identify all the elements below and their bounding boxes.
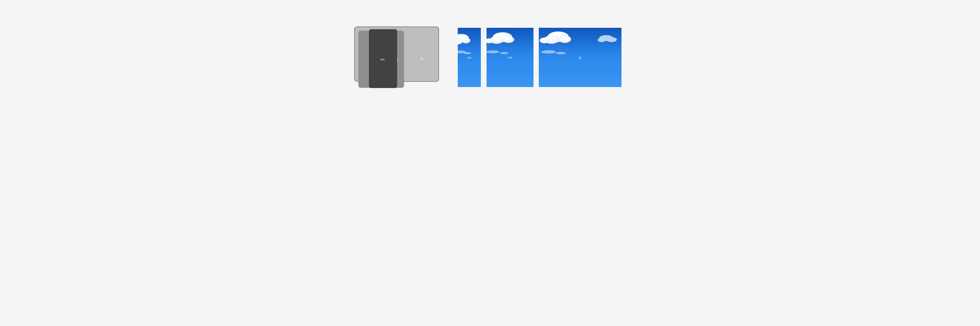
- svg-point-12: [500, 52, 508, 54]
- sky-label-lg: lg: [579, 56, 581, 59]
- sky-tile-lg: lg: [539, 28, 622, 87]
- sky-label-sm: sm: [467, 56, 471, 59]
- svg-point-21: [541, 50, 556, 54]
- svg-point-11: [487, 51, 499, 53]
- sky-tile-md: md: [487, 28, 533, 87]
- svg-point-9: [503, 37, 514, 43]
- svg-point-5: [464, 52, 471, 54]
- svg-point-19: [606, 37, 617, 42]
- size-frame-sm: sm: [369, 29, 397, 88]
- svg-point-3: [461, 38, 470, 43]
- svg-point-17: [539, 38, 549, 43]
- size-label-lg: lg: [421, 57, 423, 60]
- svg-point-22: [556, 52, 566, 54]
- diagram-stage: lg md sm: [327, 0, 653, 109]
- sky-tile-sm: sm: [458, 28, 481, 87]
- sky-label-md: md: [508, 56, 512, 59]
- svg-point-20: [598, 38, 606, 42]
- size-label-sm: sm: [380, 57, 385, 61]
- svg-point-16: [559, 35, 571, 43]
